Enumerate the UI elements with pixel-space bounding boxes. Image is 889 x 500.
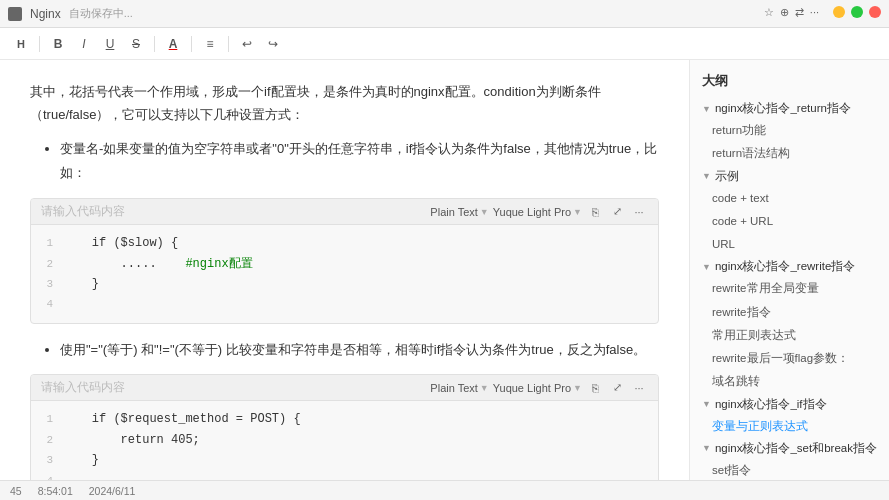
outline-item-rewrite-global[interactable]: rewrite常用全局变量 (690, 277, 889, 300)
redo-btn[interactable]: ↪ (262, 33, 284, 55)
code-toolbar-right-2: Plain Text ▼ Yuque Light Pro ▼ ⎘ ⤢ ··· (430, 379, 648, 397)
outline-item-code-text[interactable]: code + text (690, 187, 889, 210)
strikethrough-btn[interactable]: S (125, 33, 147, 55)
expand-btn-2[interactable]: ⤢ (608, 379, 626, 397)
outline-item-code-url[interactable]: code + URL (690, 210, 889, 233)
underline-btn[interactable]: U (99, 33, 121, 55)
share-icon[interactable]: ⊕ (780, 6, 789, 21)
code-line-1-3: 3 } (31, 274, 658, 294)
bullet-item-2: 使用"="(等于) 和"!="(不等于) 比较变量和字符串是否相等，相等时if指… (60, 338, 659, 363)
font-selector-2[interactable]: Yuque Light Pro ▼ (493, 382, 582, 394)
undo-btn[interactable]: ↩ (236, 33, 258, 55)
status-date: 2024/6/11 (89, 485, 136, 497)
title-bar: Nginx 自动保存中... ☆ ⊕ ⇄ ··· (0, 0, 889, 28)
toolbar-sep-2 (154, 36, 155, 52)
toolbar-sep-4 (228, 36, 229, 52)
auto-save-status: 自动保存中... (69, 6, 133, 21)
main-layout: 其中，花括号代表一个作用域，形成一个if配置块，是条件为真时的nginx配置。c… (0, 60, 889, 480)
code-content-2: 1 if ($request_method = POST) { 2 return… (31, 401, 658, 480)
outline-item-if[interactable]: ▼ nginx核心指令_if指令 (690, 394, 889, 415)
code-toolbar-left-1: 请输入代码内容 (41, 203, 125, 220)
outline-label-rewrite: nginx核心指令_rewrite指令 (715, 259, 855, 274)
outline-title: 大纲 (690, 68, 889, 98)
window-controls: ☆ ⊕ ⇄ ··· (764, 6, 881, 21)
code-block-1: 请输入代码内容 Plain Text ▼ Yuque Light Pro ▼ ⎘… (30, 198, 659, 324)
outline-item-rewrite-flag[interactable]: rewrite最后一项flag参数： (690, 347, 889, 370)
more-btn-2[interactable]: ··· (630, 379, 648, 397)
chevron-setbreak: ▼ (702, 443, 711, 453)
bold-btn[interactable]: B (47, 33, 69, 55)
outline-item-rewrite-directive[interactable]: rewrite指令 (690, 301, 889, 324)
code-toolbar-right-1: Plain Text ▼ Yuque Light Pro ▼ ⎘ ⤢ ··· (430, 203, 648, 221)
outline-item-example[interactable]: ▼ 示例 (690, 166, 889, 187)
code-line-1-2: 2 ..... #nginx配置 (31, 254, 658, 274)
outline-item-return[interactable]: ▼ nginx核心指令_return指令 (690, 98, 889, 119)
lang-selector-1[interactable]: Plain Text ▼ (430, 206, 488, 218)
outline-item-setbreak[interactable]: ▼ nginx核心指令_set和break指令 (690, 438, 889, 459)
code-toolbar-1: 请输入代码内容 Plain Text ▼ Yuque Light Pro ▼ ⎘… (31, 199, 658, 225)
code-line-2-4: 4 (31, 471, 658, 480)
copy-btn-2[interactable]: ⎘ (586, 379, 604, 397)
chevron-if: ▼ (702, 399, 711, 409)
bullet-item-1: 变量名-如果变量的值为空字符串或者"0"开头的任意字符串，if指令认为条件为fa… (60, 137, 659, 186)
outline-item-rewrite[interactable]: ▼ nginx核心指令_rewrite指令 (690, 256, 889, 277)
lang-chevron-2: ▼ (480, 383, 489, 393)
bullet-list-1: 变量名-如果变量的值为空字符串或者"0"开头的任意字符串，if指令认为条件为fa… (60, 137, 659, 186)
code-line-2-2: 2 return 405; (31, 430, 658, 450)
outline-item-domain-jump[interactable]: 域名跳转 (690, 370, 889, 393)
status-bar: 45 8:54:01 2024/6/11 (0, 480, 889, 500)
code-line-2-3: 3 } (31, 450, 658, 470)
code-toolbar-left-2: 请输入代码内容 (41, 379, 125, 396)
chevron-rewrite: ▼ (702, 262, 711, 272)
window-close[interactable] (869, 6, 881, 21)
outline-label-example: 示例 (715, 169, 739, 184)
copy-btn-1[interactable]: ⎘ (586, 203, 604, 221)
chevron-example: ▼ (702, 171, 711, 181)
outline-label-setbreak: nginx核心指令_set和break指令 (715, 441, 877, 456)
content-area[interactable]: 其中，花括号代表一个作用域，形成一个if配置块，是条件为真时的nginx配置。c… (0, 60, 689, 480)
lang-selector-2[interactable]: Plain Text ▼ (430, 382, 488, 394)
font-selector-1[interactable]: Yuque Light Pro ▼ (493, 206, 582, 218)
sync-icon[interactable]: ⇄ (795, 6, 804, 21)
app-name: Nginx (30, 7, 61, 21)
outline-item-return-func[interactable]: return功能 (690, 119, 889, 142)
outline-item-set[interactable]: set指令 (690, 459, 889, 480)
lang-chevron-1: ▼ (480, 207, 489, 217)
page-number: 45 (10, 485, 22, 497)
star-icon[interactable]: ☆ (764, 6, 774, 21)
chevron-return: ▼ (702, 104, 711, 114)
status-time: 8:54:01 (38, 485, 73, 497)
outline-label-return: nginx核心指令_return指令 (715, 101, 851, 116)
bullet-list-2: 使用"="(等于) 和"!="(不等于) 比较变量和字符串是否相等，相等时if指… (60, 338, 659, 363)
outline-item-regex[interactable]: 常用正则表达式 (690, 324, 889, 347)
formatting-toolbar: H B I U S A ≡ ↩ ↪ (0, 28, 889, 60)
code-line-1-1: 1 if ($slow) { (31, 233, 658, 253)
toolbar-sep-1 (39, 36, 40, 52)
intro-text: 其中，花括号代表一个作用域，形成一个if配置块，是条件为真时的nginx配置。c… (30, 80, 659, 127)
window-restore[interactable] (851, 6, 863, 21)
window-minimize[interactable] (833, 6, 845, 21)
font-chevron-2: ▼ (573, 383, 582, 393)
color-btn[interactable]: A (162, 33, 184, 55)
outline-sidebar: 大纲 ▼ nginx核心指令_return指令 return功能 return语… (689, 60, 889, 480)
code-block-2: 请输入代码内容 Plain Text ▼ Yuque Light Pro ▼ ⎘… (30, 374, 659, 480)
more-icon[interactable]: ··· (810, 6, 819, 21)
code-content-1: 1 if ($slow) { 2 ..... #nginx配置 3 } 4 (31, 225, 658, 323)
heading-btn[interactable]: H (10, 33, 32, 55)
list-btn[interactable]: ≡ (199, 33, 221, 55)
app-icon (8, 7, 22, 21)
code-placeholder-1: 请输入代码内容 (41, 203, 125, 220)
code-placeholder-2: 请输入代码内容 (41, 379, 125, 396)
outline-item-return-syntax[interactable]: return语法结构 (690, 142, 889, 165)
more-btn-1[interactable]: ··· (630, 203, 648, 221)
italic-btn[interactable]: I (73, 33, 95, 55)
code-line-2-1: 1 if ($request_method = POST) { (31, 409, 658, 429)
code-toolbar-2: 请输入代码内容 Plain Text ▼ Yuque Light Pro ▼ ⎘… (31, 375, 658, 401)
expand-btn-1[interactable]: ⤢ (608, 203, 626, 221)
outline-label-if: nginx核心指令_if指令 (715, 397, 827, 412)
font-chevron-1: ▼ (573, 207, 582, 217)
outline-item-url[interactable]: URL (690, 233, 889, 256)
outline-item-var-regex[interactable]: 变量与正则表达式 (690, 415, 889, 438)
toolbar-sep-3 (191, 36, 192, 52)
code-line-1-4: 4 (31, 294, 658, 314)
